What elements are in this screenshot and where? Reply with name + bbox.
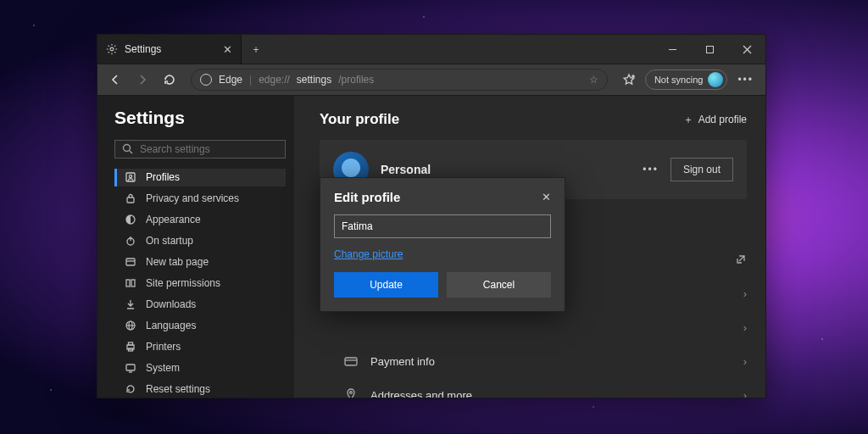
tab-strip: Settings ✕ ＋ xyxy=(97,35,765,64)
url-suffix: /profiles xyxy=(338,74,374,86)
address-bar[interactable]: Edge | edge://settings/profiles ☆ xyxy=(191,69,608,91)
tab-title: Settings xyxy=(125,43,161,55)
update-button[interactable]: Update xyxy=(334,272,438,298)
gear-icon xyxy=(106,43,118,55)
forward-button[interactable] xyxy=(131,69,153,91)
toolbar: Edge | edge://settings/profiles ☆ Not sy… xyxy=(97,64,765,96)
reset-icon xyxy=(124,383,137,395)
sidebar-item-onstartup[interactable]: On startup xyxy=(114,231,286,249)
profile-more-button[interactable]: ••• xyxy=(643,164,659,175)
sidebar-item-printers[interactable]: Printers xyxy=(114,337,286,355)
minimize-button[interactable] xyxy=(654,35,691,64)
chevron-right-icon: › xyxy=(743,287,747,300)
chevron-right-icon: › xyxy=(743,389,747,398)
sidebar-item-label: Profiles xyxy=(146,171,180,183)
power-icon xyxy=(124,235,137,247)
add-profile-button[interactable]: ＋ Add profile xyxy=(683,113,747,127)
svg-rect-25 xyxy=(126,364,135,370)
profile-avatar-icon xyxy=(708,72,723,87)
row-label: Payment info xyxy=(370,355,435,368)
search-icon xyxy=(122,143,133,154)
system-icon xyxy=(124,362,137,374)
window-controls xyxy=(654,35,765,64)
profile-name-input[interactable] xyxy=(334,214,551,238)
sidebar-item-label: Privacy and services xyxy=(146,192,239,204)
settings-search[interactable] xyxy=(114,140,286,159)
url-separator: | xyxy=(249,74,252,86)
edit-profile-dialog: Edit profile ✕ Change picture Update Can… xyxy=(320,177,565,312)
sidebar-item-appearance[interactable]: Appearance xyxy=(114,210,286,228)
dialog-close-button[interactable]: ✕ xyxy=(542,191,551,203)
sidebar-item-sitepermissions[interactable]: Site permissions xyxy=(114,274,286,292)
settings-row-addresses[interactable]: Addresses and more › xyxy=(343,379,747,398)
sync-label: Not syncing xyxy=(654,75,703,85)
tab-settings[interactable]: Settings ✕ xyxy=(97,35,242,64)
refresh-button[interactable] xyxy=(159,69,181,91)
sidebar-item-label: Appearance xyxy=(146,214,201,225)
settings-row-payment[interactable]: Payment info › xyxy=(343,345,747,377)
external-link-icon xyxy=(735,253,747,265)
svg-point-29 xyxy=(350,392,353,394)
sidebar-item-privacy[interactable]: Privacy and services xyxy=(114,190,286,208)
svg-point-0 xyxy=(110,47,114,51)
svg-point-10 xyxy=(129,175,131,177)
change-picture-link[interactable]: Change picture xyxy=(334,248,403,260)
pin-icon xyxy=(343,388,359,398)
sidebar-item-label: On startup xyxy=(146,235,193,247)
cancel-button[interactable]: Cancel xyxy=(447,272,551,298)
profiles-icon xyxy=(124,171,137,183)
svg-rect-2 xyxy=(706,46,713,53)
lock-icon xyxy=(124,192,137,204)
card-icon xyxy=(343,355,359,367)
edge-logo-icon xyxy=(200,74,212,86)
permissions-icon xyxy=(124,277,137,289)
sidebar-item-label: System xyxy=(146,362,180,374)
sidebar-item-languages[interactable]: Languages xyxy=(114,316,286,334)
favorite-star-icon[interactable]: ☆ xyxy=(589,74,598,86)
settings-sidebar: Settings Profiles Privacy and services A… xyxy=(97,96,294,398)
search-input[interactable] xyxy=(140,143,278,155)
more-menu-button[interactable]: ••• xyxy=(732,74,759,86)
printer-icon xyxy=(124,341,137,353)
add-profile-label: Add profile xyxy=(698,114,747,125)
tab-close-icon[interactable]: ✕ xyxy=(223,44,232,55)
back-button[interactable] xyxy=(104,69,126,91)
sidebar-item-downloads[interactable]: Downloads xyxy=(114,295,286,313)
svg-rect-23 xyxy=(129,342,133,345)
newtab-icon xyxy=(124,256,137,268)
sidebar-item-newtab[interactable]: New tab page xyxy=(114,253,286,270)
sidebar-item-reset[interactable]: Reset settings xyxy=(114,380,286,398)
sync-status-pill[interactable]: Not syncing xyxy=(645,70,727,90)
settings-row-hidden3[interactable]: › xyxy=(343,311,747,343)
sidebar-item-label: Printers xyxy=(146,341,181,353)
svg-rect-11 xyxy=(127,198,134,203)
sidebar-item-label: Reset settings xyxy=(146,383,210,395)
profile-name: Personal xyxy=(381,163,431,176)
url-scheme: edge:// xyxy=(259,74,290,86)
sidebar-title: Settings xyxy=(114,108,286,128)
new-tab-button[interactable]: ＋ xyxy=(242,35,270,64)
plus-icon: ＋ xyxy=(683,113,693,127)
svg-line-8 xyxy=(130,151,132,153)
url-label: Edge xyxy=(219,74,242,86)
chevron-right-icon: › xyxy=(743,321,747,334)
sidebar-item-label: Languages xyxy=(146,320,196,331)
language-icon xyxy=(124,320,137,331)
url-mid: settings xyxy=(297,74,331,86)
download-icon xyxy=(124,298,137,310)
appearance-icon xyxy=(124,214,137,225)
sign-out-button[interactable]: Sign out xyxy=(670,158,733,181)
sidebar-item-label: Site permissions xyxy=(146,277,220,289)
sidebar-item-label: New tab page xyxy=(146,256,209,268)
sidebar-item-profiles[interactable]: Profiles xyxy=(114,169,286,186)
chevron-right-icon: › xyxy=(743,355,747,368)
close-window-button[interactable] xyxy=(728,35,765,64)
browser-window: Settings ✕ ＋ Edge | edge://settings/prof… xyxy=(97,34,766,398)
favorites-button[interactable] xyxy=(618,69,640,91)
svg-rect-27 xyxy=(345,358,357,365)
sidebar-item-system[interactable]: System xyxy=(114,359,286,376)
main-header: Your profile ＋ Add profile xyxy=(320,111,747,128)
sidebar-item-label: Downloads xyxy=(146,298,196,310)
maximize-button[interactable] xyxy=(691,35,728,64)
dialog-title: Edit profile xyxy=(334,190,400,204)
